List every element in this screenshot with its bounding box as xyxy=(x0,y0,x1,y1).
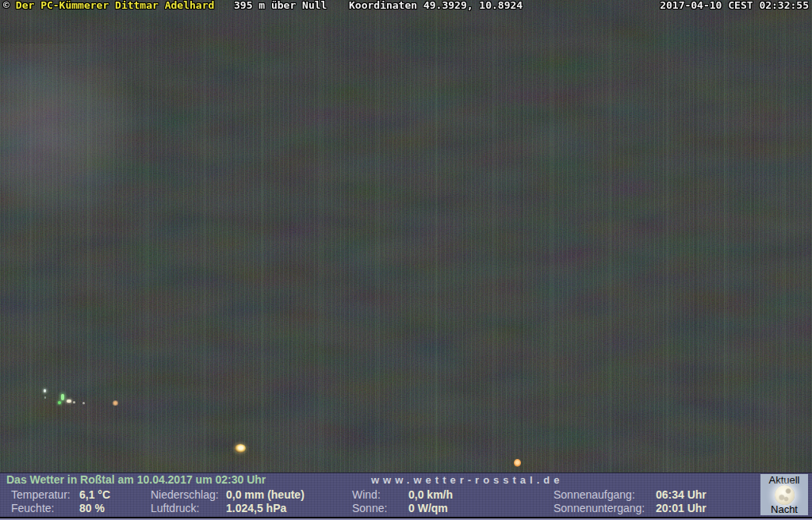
copyright-text: ©Der PC-Kümmerer Dittmar Adelhard xyxy=(3,0,214,10)
distant-light-green xyxy=(58,401,61,404)
precipitation-label: Niederschlag: xyxy=(151,489,219,500)
copyright-name: Der PC-Kümmerer Dittmar Adelhard xyxy=(16,0,214,11)
altitude-text: 395 m über Null xyxy=(234,0,327,10)
distant-light xyxy=(67,400,71,403)
streetlamp-glow xyxy=(514,459,521,467)
distant-light xyxy=(73,401,75,403)
pressure-value: 1.024,5 hPa xyxy=(226,503,286,514)
moon-status-top: Aktuell xyxy=(768,475,799,485)
timestamp-text: 2017-04-10 CEST 02:32:55 xyxy=(660,0,809,10)
overlay-info-bar: ©Der PC-Kümmerer Dittmar Adelhard 395 m … xyxy=(0,0,812,11)
moon-phase-widget: Aktuell Nacht xyxy=(760,474,808,515)
full-moon-icon xyxy=(775,485,795,505)
sunset-value: 20:01 Uhr xyxy=(656,503,707,514)
copyright-symbol: © xyxy=(3,0,10,11)
precipitation-value: 0,0 mm (heute) xyxy=(226,489,304,500)
wind-value: 0,0 km/h xyxy=(408,489,453,500)
humidity-value: 80 % xyxy=(79,503,105,514)
sunrise-value: 06:34 Uhr xyxy=(656,489,707,500)
distant-light xyxy=(44,389,46,392)
streetlamp-glow xyxy=(235,444,246,453)
website-link[interactable]: www.wetter-rosstal.de xyxy=(371,475,564,486)
distant-light-orange xyxy=(112,400,119,406)
distant-light xyxy=(44,396,46,399)
moon-status-bottom: Nacht xyxy=(771,504,798,514)
sunrise-label: Sonnenaufgang: xyxy=(553,489,635,500)
webcam-frame: ©Der PC-Kümmerer Dittmar Adelhard 395 m … xyxy=(0,0,812,520)
pressure-label: Luftdruck: xyxy=(151,503,199,514)
distant-light xyxy=(82,402,85,404)
panel-title: Das Wetter in Roßtal am 10.04.2017 um 02… xyxy=(6,474,266,485)
distant-light-green xyxy=(61,394,64,400)
temperature-label: Temperatur: xyxy=(11,489,71,500)
weather-panel: Das Wetter in Roßtal am 10.04.2017 um 02… xyxy=(0,472,812,520)
wind-label: Wind: xyxy=(352,489,381,500)
sunset-label: Sonnenuntergang: xyxy=(553,503,645,514)
sky-haze xyxy=(0,44,140,226)
humidity-label: Feuchte: xyxy=(11,503,54,514)
sun-value: 0 W/qm xyxy=(408,503,448,514)
coordinates-text: Koordinaten 49.3929, 10.8924 xyxy=(349,0,523,10)
temperature-value: 6,1 °C xyxy=(79,489,110,500)
sun-label: Sonne: xyxy=(352,503,387,514)
webcam-night-image: ©Der PC-Kümmerer Dittmar Adelhard 395 m … xyxy=(0,0,812,520)
